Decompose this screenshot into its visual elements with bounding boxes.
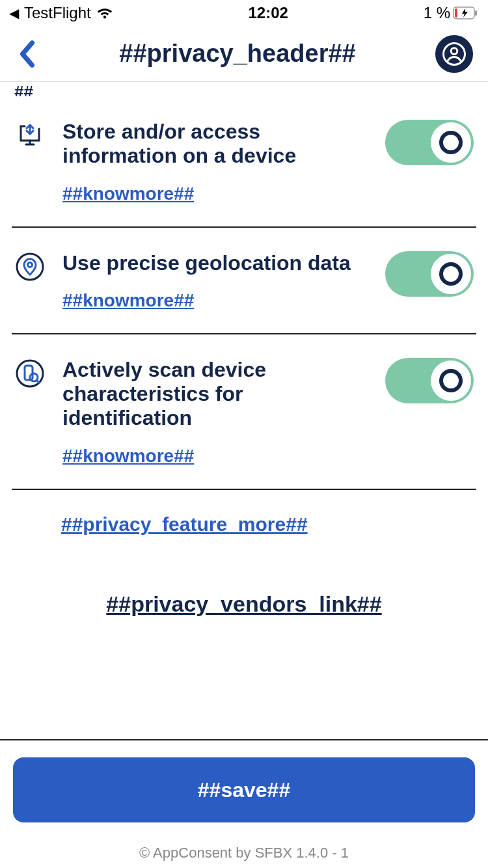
nav-bar: ##privacy_header## [0, 26, 488, 82]
toggle-knob [431, 254, 471, 294]
know-more-link[interactable]: ##knowmore## [62, 290, 194, 311]
svg-rect-8 [25, 366, 33, 380]
device-access-icon [14, 120, 46, 151]
svg-rect-1 [475, 10, 477, 16]
wifi-icon [96, 3, 113, 23]
footer-text: © AppConsent by SFBX 1.4.0 - 1 [13, 845, 475, 861]
back-to-app-icon[interactable]: ◀ [9, 5, 19, 21]
consent-row-main: Use precise geolocation data ##knowmore#… [62, 251, 368, 312]
toggle-knob [431, 360, 471, 401]
back-to-app-label[interactable]: TestFlight [24, 4, 91, 22]
content-area: ## Store and/or access information on a … [0, 82, 488, 617]
know-more-link[interactable]: ##knowmore## [62, 183, 194, 204]
chevron-left-icon [18, 40, 37, 68]
consent-toggle[interactable] [385, 120, 474, 165]
consent-row: Use precise geolocation data ##knowmore#… [12, 228, 476, 335]
consent-row-title: Actively scan device characteristics for… [62, 358, 368, 429]
profile-icon [442, 42, 466, 66]
vendors-link-row: ##privacy_vendors_link## [12, 591, 476, 617]
consent-row-title: Store and/or access information on a dev… [62, 120, 368, 168]
bottom-bar: ##save## © AppConsent by SFBX 1.4.0 - 1 [0, 739, 488, 868]
consent-row-main: Store and/or access information on a dev… [62, 120, 368, 204]
page-title: ##privacy_header## [119, 40, 355, 68]
battery-percent: 1 % [424, 4, 450, 22]
consent-row: Store and/or access information on a dev… [12, 96, 476, 228]
consent-toggle[interactable] [385, 251, 474, 297]
know-more-link[interactable]: ##knowmore## [62, 446, 194, 467]
status-left: ◀ TestFlight [9, 3, 113, 23]
svg-point-6 [28, 262, 33, 267]
profile-button[interactable] [433, 33, 475, 75]
status-time: 12:02 [248, 4, 288, 22]
vendors-link[interactable]: ##privacy_vendors_link## [106, 591, 381, 616]
consent-row-main: Actively scan device characteristics for… [62, 358, 368, 466]
toggle-knob [431, 122, 471, 163]
svg-rect-2 [455, 8, 457, 18]
status-right: 1 % [424, 4, 479, 22]
battery-icon [453, 7, 479, 20]
feature-more-link[interactable]: ##privacy_feature_more## [61, 513, 308, 535]
device-scan-icon [14, 358, 46, 389]
status-bar: ◀ TestFlight 12:02 1 % [0, 0, 488, 26]
previous-content-peek: ## [12, 82, 476, 96]
svg-point-4 [451, 47, 457, 54]
consent-row: Actively scan device characteristics for… [12, 334, 476, 489]
consent-row-title: Use precise geolocation data [62, 251, 368, 275]
consent-toggle[interactable] [385, 358, 474, 403]
save-button[interactable]: ##save## [13, 757, 475, 822]
geolocation-icon [14, 251, 46, 282]
feature-more-row: ##privacy_feature_more## [12, 490, 476, 536]
back-button[interactable] [13, 40, 42, 68]
